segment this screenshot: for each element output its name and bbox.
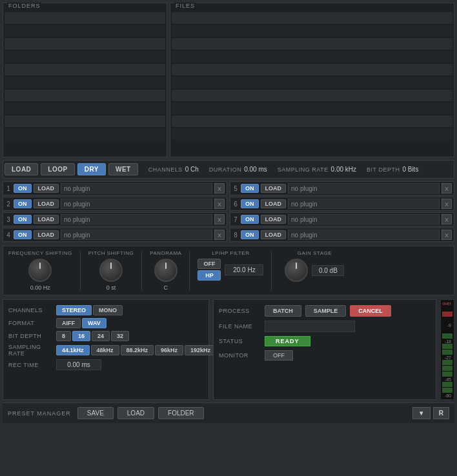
sep1 — [80, 252, 81, 290]
sr-192-button[interactable]: 192kHz — [185, 345, 216, 355]
folder-row[interactable] — [5, 38, 165, 50]
read-button[interactable]: R — [433, 407, 449, 419]
freq-shift-knob[interactable] — [28, 259, 52, 282]
channels-info-value: 0 Ch — [185, 166, 199, 173]
x-button-2[interactable]: X — [214, 199, 225, 209]
pitch-shift-value: 0 st — [107, 284, 116, 291]
pitch-shift-knob[interactable] — [99, 259, 123, 282]
folder-row[interactable] — [5, 103, 165, 114]
ch-num-7: 7 — [232, 216, 239, 223]
x-button-5[interactable]: X — [442, 183, 452, 193]
load-button-2[interactable]: LOAD — [34, 199, 59, 208]
freq-shift-group: FREQUENCY SHIFTING 0.00 Hz — [8, 250, 72, 291]
panorama-label: PANORAMA — [150, 250, 181, 256]
on-button-1[interactable]: ON — [14, 184, 32, 193]
file-row[interactable] — [172, 64, 452, 75]
on-button-2[interactable]: ON — [14, 199, 32, 208]
cancel-button[interactable]: CANCEL — [350, 305, 391, 317]
filename-input[interactable] — [265, 321, 355, 332]
sr-441-button[interactable]: 44.1kHz — [56, 345, 90, 355]
folder-row[interactable] — [5, 128, 165, 140]
folder-row[interactable] — [5, 25, 165, 37]
load-button-7[interactable]: LOAD — [261, 215, 287, 224]
batch-button[interactable]: BATCH — [265, 305, 301, 317]
load-button-5[interactable]: LOAD — [261, 184, 287, 193]
preset-save-button[interactable]: SAVE — [77, 407, 114, 419]
file-row[interactable] — [172, 51, 452, 63]
rec-time-value: 0.00 ms — [56, 359, 101, 370]
stereo-button[interactable]: STEREO — [56, 305, 92, 315]
bit-depth-info-label: BIT DEPTH — [367, 166, 400, 173]
bd-32-button[interactable]: 32 — [111, 331, 129, 341]
aiff-button[interactable]: AIFF — [56, 318, 81, 328]
folder-row[interactable] — [5, 12, 165, 24]
sep3 — [189, 252, 190, 290]
plugin-column-left: 1 ON LOAD no plugin X 2 ON LOAD no plugi… — [3, 181, 227, 242]
bd-16-button[interactable]: 16 — [72, 331, 90, 341]
x-button-1[interactable]: X — [214, 183, 225, 193]
monitor-value: OFF — [265, 350, 293, 361]
on-button-4[interactable]: ON — [14, 230, 32, 239]
wav-button[interactable]: WAV — [82, 318, 107, 328]
wet-button[interactable]: WET — [108, 163, 138, 175]
dry-button[interactable]: DRY — [77, 163, 106, 175]
load-button-6[interactable]: LOAD — [261, 199, 287, 208]
x-button-4[interactable]: X — [214, 230, 225, 240]
rec-samplerate-label: SAMPLING RATE — [8, 344, 54, 357]
rec-format-row: FoRMaT AIFF WAV — [8, 318, 203, 328]
ch-num-6: 6 — [232, 201, 239, 208]
load-button-3[interactable]: LOAD — [34, 215, 59, 224]
vu-label-60: -60 — [442, 393, 452, 398]
load-button-8[interactable]: LOAD — [261, 230, 287, 239]
on-button-3[interactable]: ON — [14, 215, 32, 224]
folder-row[interactable] — [5, 64, 165, 75]
preset-load-button[interactable]: LOAD — [117, 407, 154, 419]
load-button-4[interactable]: LOAD — [34, 230, 59, 239]
sr-882-button[interactable]: 88.2kHz — [121, 345, 154, 355]
file-row[interactable] — [172, 115, 452, 127]
file-row[interactable] — [172, 90, 452, 101]
x-button-6[interactable]: X — [442, 199, 452, 209]
file-row[interactable] — [172, 12, 452, 24]
on-button-6[interactable]: ON — [241, 199, 259, 208]
folder-row[interactable] — [5, 90, 165, 101]
folder-row[interactable] — [5, 77, 165, 88]
folder-row[interactable] — [5, 115, 165, 127]
top-section: FOLDERS FILES — [3, 3, 454, 157]
gain-knob[interactable] — [285, 259, 308, 282]
loop-button[interactable]: LOOP — [41, 163, 74, 175]
sr-48-button[interactable]: 48kHz — [91, 345, 119, 355]
folder-row[interactable] — [5, 51, 165, 63]
x-button-7[interactable]: X — [442, 214, 452, 224]
panorama-knob[interactable] — [154, 259, 178, 282]
mono-button[interactable]: MONO — [93, 305, 123, 315]
file-row[interactable] — [172, 128, 452, 140]
hp-button[interactable]: HP — [198, 270, 221, 281]
file-row[interactable] — [172, 38, 452, 50]
dropdown-arrow-button[interactable]: ▼ — [412, 407, 431, 419]
sr-96-button[interactable]: 96kHz — [155, 345, 183, 355]
vu-label-27: -27 — [442, 355, 452, 360]
file-row[interactable] — [172, 103, 452, 114]
file-row[interactable] — [172, 25, 452, 37]
rec-bitdepth-row: BIT DEPTH 8 16 24 32 — [8, 331, 203, 341]
sep4 — [271, 252, 272, 290]
bd-8-button[interactable]: 8 — [56, 331, 71, 341]
file-row[interactable] — [172, 77, 452, 88]
load-button-1[interactable]: LOAD — [34, 184, 59, 193]
load-button[interactable]: LOAD — [5, 163, 38, 175]
on-button-7[interactable]: ON — [241, 215, 259, 224]
on-button-5[interactable]: ON — [241, 184, 259, 193]
x-button-8[interactable]: X — [442, 230, 452, 240]
sep2 — [141, 252, 142, 290]
sample-button[interactable]: SAMPLE — [305, 305, 347, 317]
preset-folder-button[interactable]: FOLDER — [158, 407, 204, 419]
gain-value: 0.0 dB — [312, 265, 344, 276]
plugin-row-2: 2 ON LOAD no plugin X — [3, 197, 227, 211]
vu-seg-over — [442, 306, 452, 311]
rec-channels-label: CHANNELS — [8, 307, 54, 313]
off-button[interactable]: OFF — [198, 259, 221, 269]
on-button-8[interactable]: ON — [241, 230, 259, 239]
x-button-3[interactable]: X — [214, 214, 225, 224]
bd-24-button[interactable]: 24 — [92, 331, 110, 341]
